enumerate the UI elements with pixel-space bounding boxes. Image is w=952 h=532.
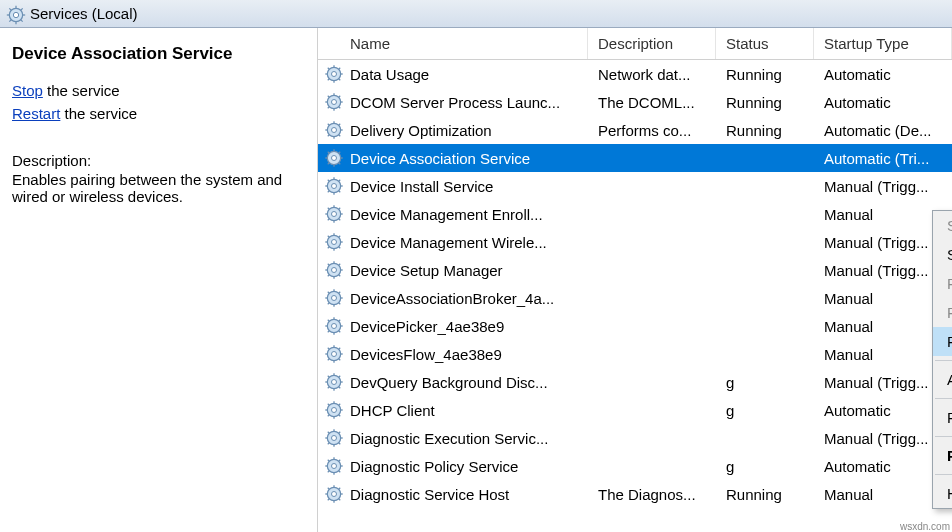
svg-line-17 xyxy=(339,79,341,81)
svg-line-57 xyxy=(339,191,341,193)
svg-line-167 xyxy=(339,499,341,501)
svg-line-166 xyxy=(328,488,330,490)
svg-line-156 xyxy=(328,460,330,462)
titlebar-label: Services (Local) xyxy=(30,5,138,22)
svg-line-86 xyxy=(328,264,330,266)
stop-service-action: Stop the service xyxy=(12,82,305,99)
svg-line-87 xyxy=(339,275,341,277)
stop-link[interactable]: Stop xyxy=(12,82,43,99)
menu-item-refresh[interactable]: Refresh xyxy=(933,403,952,432)
column-header-name[interactable]: Name xyxy=(318,28,588,59)
service-row[interactable]: DevicesFlow_4ae38e9Manual xyxy=(318,340,952,368)
svg-line-117 xyxy=(339,359,341,361)
service-name: Device Association Service xyxy=(346,150,588,167)
svg-line-109 xyxy=(339,320,341,322)
service-row[interactable]: Diagnostic Policy ServicegAutomatic xyxy=(318,452,952,480)
restart-link[interactable]: Restart xyxy=(12,105,60,122)
column-header-description[interactable]: Description xyxy=(588,28,716,59)
menu-separator xyxy=(935,360,952,361)
service-startup-type: Automatic xyxy=(814,94,952,111)
service-row[interactable]: Device Install ServiceManual (Trigg... xyxy=(318,172,952,200)
service-name: Diagnostic Execution Servic... xyxy=(346,430,588,447)
service-gear-icon xyxy=(322,398,346,422)
service-status: Running xyxy=(716,66,814,83)
service-name: Device Management Wirele... xyxy=(346,234,588,251)
menu-item-start: Start xyxy=(933,211,952,240)
list-header: Name Description Status Startup Type xyxy=(318,28,952,60)
service-gear-icon xyxy=(322,482,346,506)
svg-line-147 xyxy=(339,443,341,445)
svg-line-58 xyxy=(328,191,330,193)
svg-point-41 xyxy=(332,156,337,161)
svg-line-126 xyxy=(328,376,330,378)
menu-item-help[interactable]: Help xyxy=(933,479,952,508)
svg-point-31 xyxy=(332,128,337,133)
svg-line-97 xyxy=(339,303,341,305)
svg-point-1 xyxy=(13,12,18,17)
service-gear-icon xyxy=(322,258,346,282)
service-status: g xyxy=(716,374,814,391)
svg-line-7 xyxy=(21,19,23,21)
svg-line-149 xyxy=(339,432,341,434)
svg-line-27 xyxy=(339,107,341,109)
service-status: Running xyxy=(716,486,814,503)
svg-line-119 xyxy=(339,348,341,350)
menu-item-all-tasks-label: All Tasks xyxy=(947,371,952,388)
menu-item-all-tasks[interactable]: All Tasks ▶ xyxy=(933,365,952,394)
column-header-status[interactable]: Status xyxy=(716,28,814,59)
svg-line-66 xyxy=(328,208,330,210)
service-row[interactable]: Diagnostic Execution Servic...Manual (Tr… xyxy=(318,424,952,452)
svg-line-99 xyxy=(339,292,341,294)
service-gear-icon xyxy=(322,146,346,170)
service-startup-type: Automatic xyxy=(814,66,952,83)
service-startup-type: Automatic (Tri... xyxy=(814,150,952,167)
svg-line-136 xyxy=(328,404,330,406)
svg-point-51 xyxy=(332,184,337,189)
svg-line-157 xyxy=(339,471,341,473)
service-row[interactable]: Diagnostic Service HostThe Diagnos...Run… xyxy=(318,480,952,508)
service-gear-icon xyxy=(322,342,346,366)
service-gear-icon xyxy=(322,202,346,226)
service-row[interactable]: DHCP ClientgAutomatic xyxy=(318,396,952,424)
svg-line-148 xyxy=(328,443,330,445)
service-row[interactable]: Device Association ServiceAutomatic (Tri… xyxy=(318,144,952,172)
service-row[interactable]: Device Setup ManagerManual (Trigg... xyxy=(318,256,952,284)
service-row[interactable]: DevicePicker_4ae38e9Manual xyxy=(318,312,952,340)
service-gear-icon xyxy=(322,90,346,114)
svg-line-18 xyxy=(328,79,330,81)
menu-separator xyxy=(935,474,952,475)
svg-point-141 xyxy=(332,436,337,441)
svg-line-108 xyxy=(328,331,330,333)
column-header-startup[interactable]: Startup Type xyxy=(814,28,952,59)
service-status: g xyxy=(716,458,814,475)
svg-line-8 xyxy=(9,19,11,21)
service-row[interactable]: DCOM Server Process Launc...The DCOML...… xyxy=(318,88,952,116)
service-name: DHCP Client xyxy=(346,402,588,419)
service-row[interactable]: Device Management Wirele...Manual (Trigg… xyxy=(318,228,952,256)
service-gear-icon xyxy=(322,286,346,310)
service-row[interactable]: Data UsageNetwork dat...RunningAutomatic xyxy=(318,60,952,88)
service-row[interactable]: DeviceAssociationBroker_4a...Manual xyxy=(318,284,952,312)
service-gear-icon xyxy=(322,370,346,394)
svg-line-49 xyxy=(339,152,341,154)
service-row[interactable]: Device Management Enroll...Manual xyxy=(318,200,952,228)
menu-item-stop[interactable]: Stop xyxy=(933,240,952,269)
service-gear-icon xyxy=(322,230,346,254)
svg-point-91 xyxy=(332,296,337,301)
svg-line-96 xyxy=(328,292,330,294)
service-row[interactable]: DevQuery Background Disc...gManual (Trig… xyxy=(318,368,952,396)
menu-item-properties[interactable]: Properties xyxy=(933,441,952,470)
service-row[interactable]: Delivery OptimizationPerforms co...Runni… xyxy=(318,116,952,144)
svg-line-28 xyxy=(328,107,330,109)
service-name: Device Management Enroll... xyxy=(346,206,588,223)
service-name: DCOM Server Process Launc... xyxy=(346,94,588,111)
selected-service-title: Device Association Service xyxy=(12,44,305,64)
svg-line-36 xyxy=(328,124,330,126)
service-status: Running xyxy=(716,122,814,139)
svg-line-76 xyxy=(328,236,330,238)
services-app-icon xyxy=(6,5,24,23)
service-status: Running xyxy=(716,94,814,111)
svg-line-78 xyxy=(328,247,330,249)
context-menu: Start Stop Pause Resume Restart All Task… xyxy=(932,210,952,509)
menu-item-restart[interactable]: Restart xyxy=(933,327,952,356)
